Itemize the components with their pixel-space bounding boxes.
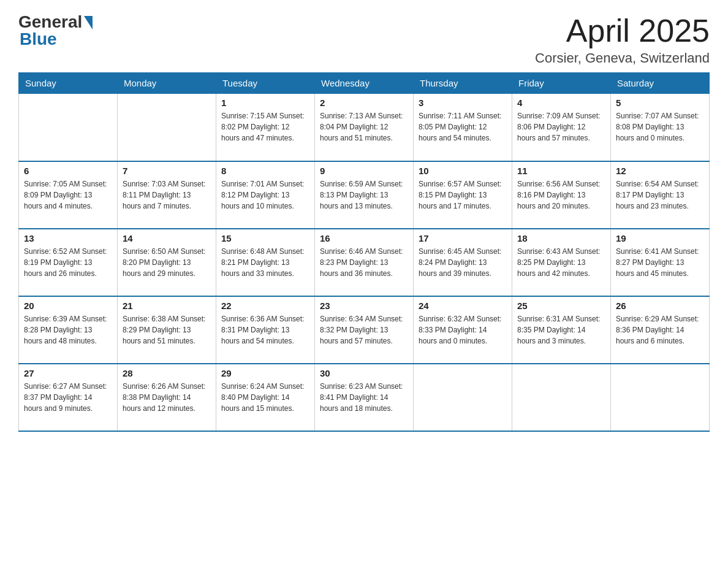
header-day-thursday: Thursday xyxy=(414,73,512,94)
calendar-week-0: 1Sunrise: 7:15 AM Sunset: 8:02 PM Daylig… xyxy=(19,94,710,161)
calendar-cell: 11Sunrise: 6:56 AM Sunset: 8:16 PM Dayli… xyxy=(512,161,611,229)
day-number: 17 xyxy=(419,233,507,243)
day-number: 13 xyxy=(24,233,112,243)
calendar-cell: 20Sunrise: 6:39 AM Sunset: 8:28 PM Dayli… xyxy=(19,296,118,364)
calendar-cell: 24Sunrise: 6:32 AM Sunset: 8:33 PM Dayli… xyxy=(414,296,512,364)
day-info: Sunrise: 6:26 AM Sunset: 8:38 PM Dayligh… xyxy=(123,381,211,414)
day-number: 3 xyxy=(419,98,507,108)
day-number: 19 xyxy=(616,233,704,243)
header-row: SundayMondayTuesdayWednesdayThursdayFrid… xyxy=(19,73,710,94)
day-info: Sunrise: 6:45 AM Sunset: 8:24 PM Dayligh… xyxy=(419,246,507,279)
day-number: 20 xyxy=(24,301,112,311)
day-info: Sunrise: 6:56 AM Sunset: 8:16 PM Dayligh… xyxy=(517,178,605,212)
day-number: 29 xyxy=(221,368,309,378)
day-info: Sunrise: 6:48 AM Sunset: 8:21 PM Dayligh… xyxy=(221,246,309,279)
calendar-week-1: 6Sunrise: 7:05 AM Sunset: 8:09 PM Daylig… xyxy=(19,161,710,229)
day-info: Sunrise: 6:54 AM Sunset: 8:17 PM Dayligh… xyxy=(616,178,704,212)
day-info: Sunrise: 6:38 AM Sunset: 8:29 PM Dayligh… xyxy=(123,313,211,347)
calendar-cell: 1Sunrise: 7:15 AM Sunset: 8:02 PM Daylig… xyxy=(216,94,315,161)
day-info: Sunrise: 7:15 AM Sunset: 8:02 PM Dayligh… xyxy=(221,110,309,144)
calendar-cell: 19Sunrise: 6:41 AM Sunset: 8:27 PM Dayli… xyxy=(611,229,710,296)
calendar-cell xyxy=(19,94,118,161)
day-number: 7 xyxy=(123,166,211,176)
day-info: Sunrise: 6:39 AM Sunset: 8:28 PM Dayligh… xyxy=(24,313,112,347)
day-info: Sunrise: 7:13 AM Sunset: 8:04 PM Dayligh… xyxy=(320,110,408,144)
day-info: Sunrise: 7:09 AM Sunset: 8:06 PM Dayligh… xyxy=(517,110,605,144)
day-info: Sunrise: 6:29 AM Sunset: 8:36 PM Dayligh… xyxy=(616,313,704,347)
day-number: 30 xyxy=(320,368,408,378)
calendar-cell: 6Sunrise: 7:05 AM Sunset: 8:09 PM Daylig… xyxy=(19,161,118,229)
day-info: Sunrise: 6:43 AM Sunset: 8:25 PM Dayligh… xyxy=(517,246,605,279)
calendar-cell: 15Sunrise: 6:48 AM Sunset: 8:21 PM Dayli… xyxy=(216,229,315,296)
day-info: Sunrise: 6:36 AM Sunset: 8:31 PM Dayligh… xyxy=(221,313,309,347)
day-number: 1 xyxy=(221,98,309,108)
logo: General Blue xyxy=(18,12,93,49)
day-info: Sunrise: 7:11 AM Sunset: 8:05 PM Dayligh… xyxy=(419,110,507,144)
header-day-saturday: Saturday xyxy=(611,73,710,94)
header-day-wednesday: Wednesday xyxy=(315,73,414,94)
logo-blue-text: Blue xyxy=(20,29,57,49)
calendar-cell: 29Sunrise: 6:24 AM Sunset: 8:40 PM Dayli… xyxy=(216,364,315,431)
day-info: Sunrise: 6:41 AM Sunset: 8:27 PM Dayligh… xyxy=(616,246,704,279)
calendar-cell: 16Sunrise: 6:46 AM Sunset: 8:23 PM Dayli… xyxy=(315,229,414,296)
calendar-table: SundayMondayTuesdayWednesdayThursdayFrid… xyxy=(18,72,710,432)
day-number: 18 xyxy=(517,233,605,243)
calendar-cell: 25Sunrise: 6:31 AM Sunset: 8:35 PM Dayli… xyxy=(512,296,611,364)
day-number: 15 xyxy=(221,233,309,243)
calendar-cell: 12Sunrise: 6:54 AM Sunset: 8:17 PM Dayli… xyxy=(611,161,710,229)
day-info: Sunrise: 6:34 AM Sunset: 8:32 PM Dayligh… xyxy=(320,313,408,347)
day-info: Sunrise: 7:01 AM Sunset: 8:12 PM Dayligh… xyxy=(221,178,309,212)
day-info: Sunrise: 7:03 AM Sunset: 8:11 PM Dayligh… xyxy=(123,178,211,212)
calendar-cell: 2Sunrise: 7:13 AM Sunset: 8:04 PM Daylig… xyxy=(315,94,414,161)
day-info: Sunrise: 6:24 AM Sunset: 8:40 PM Dayligh… xyxy=(221,381,309,414)
day-number: 27 xyxy=(24,368,112,378)
calendar-body: 1Sunrise: 7:15 AM Sunset: 8:02 PM Daylig… xyxy=(19,94,710,431)
day-info: Sunrise: 6:50 AM Sunset: 8:20 PM Dayligh… xyxy=(123,246,211,279)
calendar-cell: 3Sunrise: 7:11 AM Sunset: 8:05 PM Daylig… xyxy=(414,94,512,161)
day-number: 24 xyxy=(419,301,507,311)
page-header: General Blue April 2025 Corsier, Geneva,… xyxy=(18,12,710,66)
day-number: 2 xyxy=(320,98,408,108)
day-info: Sunrise: 6:31 AM Sunset: 8:35 PM Dayligh… xyxy=(517,313,605,347)
calendar-cell: 4Sunrise: 7:09 AM Sunset: 8:06 PM Daylig… xyxy=(512,94,611,161)
calendar-cell: 18Sunrise: 6:43 AM Sunset: 8:25 PM Dayli… xyxy=(512,229,611,296)
calendar-cell: 10Sunrise: 6:57 AM Sunset: 8:15 PM Dayli… xyxy=(414,161,512,229)
header-day-monday: Monday xyxy=(118,73,216,94)
calendar-cell: 7Sunrise: 7:03 AM Sunset: 8:11 PM Daylig… xyxy=(118,161,216,229)
day-info: Sunrise: 7:05 AM Sunset: 8:09 PM Dayligh… xyxy=(24,178,112,212)
calendar-week-2: 13Sunrise: 6:52 AM Sunset: 8:19 PM Dayli… xyxy=(19,229,710,296)
logo-arrow-icon xyxy=(84,16,93,29)
calendar-cell: 27Sunrise: 6:27 AM Sunset: 8:37 PM Dayli… xyxy=(19,364,118,431)
day-info: Sunrise: 6:57 AM Sunset: 8:15 PM Dayligh… xyxy=(419,178,507,212)
day-number: 8 xyxy=(221,166,309,176)
day-number: 4 xyxy=(517,98,605,108)
day-number: 21 xyxy=(123,301,211,311)
calendar-cell xyxy=(512,364,611,431)
month-title: April 2025 xyxy=(535,12,710,49)
day-info: Sunrise: 6:46 AM Sunset: 8:23 PM Dayligh… xyxy=(320,246,408,279)
day-number: 25 xyxy=(517,301,605,311)
day-info: Sunrise: 6:32 AM Sunset: 8:33 PM Dayligh… xyxy=(419,313,507,347)
header-day-friday: Friday xyxy=(512,73,611,94)
calendar-cell: 30Sunrise: 6:23 AM Sunset: 8:41 PM Dayli… xyxy=(315,364,414,431)
calendar-header: SundayMondayTuesdayWednesdayThursdayFrid… xyxy=(19,73,710,94)
calendar-cell: 14Sunrise: 6:50 AM Sunset: 8:20 PM Dayli… xyxy=(118,229,216,296)
calendar-cell: 26Sunrise: 6:29 AM Sunset: 8:36 PM Dayli… xyxy=(611,296,710,364)
day-info: Sunrise: 7:07 AM Sunset: 8:08 PM Dayligh… xyxy=(616,110,704,144)
calendar-cell xyxy=(118,94,216,161)
calendar-cell: 22Sunrise: 6:36 AM Sunset: 8:31 PM Dayli… xyxy=(216,296,315,364)
day-number: 6 xyxy=(24,166,112,176)
title-section: April 2025 Corsier, Geneva, Switzerland xyxy=(535,12,710,66)
day-number: 22 xyxy=(221,301,309,311)
calendar-cell: 17Sunrise: 6:45 AM Sunset: 8:24 PM Dayli… xyxy=(414,229,512,296)
day-number: 26 xyxy=(616,301,704,311)
location-title: Corsier, Geneva, Switzerland xyxy=(535,50,710,66)
calendar-cell: 13Sunrise: 6:52 AM Sunset: 8:19 PM Dayli… xyxy=(19,229,118,296)
calendar-cell: 21Sunrise: 6:38 AM Sunset: 8:29 PM Dayli… xyxy=(118,296,216,364)
day-info: Sunrise: 6:52 AM Sunset: 8:19 PM Dayligh… xyxy=(24,246,112,279)
calendar-cell xyxy=(611,364,710,431)
calendar-week-4: 27Sunrise: 6:27 AM Sunset: 8:37 PM Dayli… xyxy=(19,364,710,431)
day-number: 12 xyxy=(616,166,704,176)
day-number: 10 xyxy=(419,166,507,176)
calendar-week-3: 20Sunrise: 6:39 AM Sunset: 8:28 PM Dayli… xyxy=(19,296,710,364)
